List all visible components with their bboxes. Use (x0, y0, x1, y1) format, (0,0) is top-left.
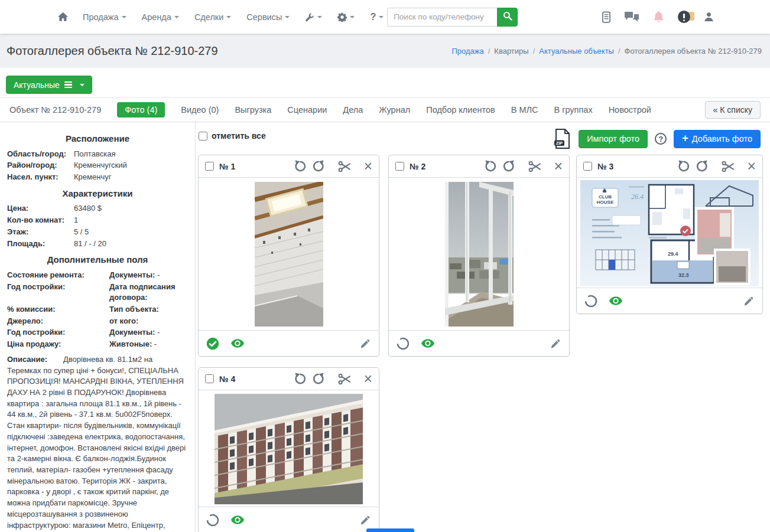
photo-card-3: № 3 × CLUB HOUSE 26.4 (576, 155, 763, 314)
svg-text:ZIP: ZIP (556, 141, 563, 146)
svg-text:HOUSE: HOUSE (597, 200, 614, 205)
chat-icon[interactable] (624, 11, 639, 23)
info-cell: Документы: - (109, 270, 188, 281)
delete-photo-icon[interactable]: × (747, 159, 756, 174)
tab-gruppy[interactable]: В группах (554, 105, 592, 115)
tab-zhurnal[interactable]: Журнал (379, 105, 410, 115)
user-icon[interactable] (704, 12, 714, 22)
home-icon[interactable] (57, 12, 69, 22)
menu-servisy[interactable]: Сервисы (246, 12, 290, 22)
search-button[interactable] (497, 8, 518, 27)
status-dropdown-button[interactable]: Актуальные (6, 76, 92, 94)
menu-tools[interactable] (305, 12, 322, 22)
info-cell: Ціна продажу: (7, 339, 106, 350)
menu-arenda[interactable]: Аренда (142, 12, 179, 22)
tab-object[interactable]: Объект № 212-910-279 (9, 105, 101, 115)
crop-scissors-icon[interactable] (338, 160, 351, 173)
photo-area[interactable]: CLUB HOUSE 26.4 29. (577, 178, 762, 288)
edit-pencil-icon[interactable] (743, 295, 755, 307)
photo-number: № 1 (219, 162, 235, 171)
tab-scenarii[interactable]: Сценарии (287, 105, 327, 115)
photo-area[interactable] (199, 390, 379, 507)
info-row: Площадь:81 / - / 20 (7, 239, 188, 250)
add-photo-button[interactable]: + Добавить фото (674, 130, 761, 148)
visibility-eye-icon[interactable] (230, 338, 245, 348)
info-row: Цена:63480 $ (7, 203, 188, 214)
photo-checkbox[interactable] (395, 162, 404, 171)
main-photo-check-icon[interactable] (206, 337, 219, 350)
bell-icon[interactable] (653, 11, 664, 23)
menu-settings[interactable] (337, 12, 355, 22)
photo-card-header: № 1 × (199, 155, 379, 178)
back-to-list-button[interactable]: « К списку (705, 101, 761, 119)
svg-text:32.3: 32.3 (678, 272, 689, 278)
tab-video[interactable]: Видео (0) (181, 105, 219, 115)
edit-pencil-icon[interactable] (359, 338, 371, 350)
rotate-cw-icon[interactable] (696, 160, 708, 172)
hamburger-icon (64, 81, 72, 89)
photo-thumbnail-attic[interactable] (255, 182, 323, 327)
device-icon[interactable] (602, 11, 610, 23)
info-row: Этаж:5 / 5 (7, 227, 188, 238)
tab-photo[interactable]: Фото (4) (117, 102, 165, 118)
search-box (387, 8, 518, 27)
rotate-cw-icon[interactable] (502, 160, 515, 172)
rotate-ccw-icon[interactable] (294, 160, 307, 172)
select-all-control[interactable]: отметить все (199, 131, 266, 141)
crop-scissors-icon[interactable] (338, 373, 351, 386)
breadcrumb-aktualnye[interactable]: Актуальные объекты (539, 47, 614, 56)
main-photo-circle-icon[interactable] (584, 295, 597, 308)
delete-photo-icon[interactable]: × (363, 159, 372, 174)
photo-number: № 2 (410, 162, 425, 171)
visibility-eye-icon[interactable] (421, 338, 435, 348)
edit-pencil-icon[interactable] (550, 338, 561, 350)
rotate-cw-icon[interactable] (312, 160, 324, 172)
tab-podbor[interactable]: Подбор клиентов (426, 105, 495, 115)
section-heading-location: Расположение (7, 132, 188, 145)
crop-scissors-icon[interactable] (722, 160, 735, 173)
photo-thumbnail-building[interactable] (215, 394, 363, 504)
menu-sdelki[interactable]: Сделки (194, 12, 231, 22)
alert-icon[interactable] (678, 11, 690, 23)
search-input[interactable] (387, 8, 497, 27)
menu-help[interactable]: ? (370, 12, 384, 22)
photo-area[interactable] (389, 178, 569, 330)
zip-download-icon[interactable]: ZIP (554, 129, 571, 149)
tab-mls[interactable]: В МЛС (511, 105, 538, 115)
edit-pencil-icon[interactable] (359, 514, 371, 526)
info-cell: Состояние ремонта: (7, 270, 106, 281)
import-photo-button[interactable]: Импорт фото (579, 130, 648, 148)
tab-dela[interactable]: Дела (343, 105, 363, 115)
description-text: Описание:Дворівнева кв. 81.1м2 на Теремк… (7, 354, 188, 532)
rotate-ccw-icon[interactable] (294, 373, 307, 385)
photo-checkbox[interactable] (205, 374, 214, 383)
main-photo-circle-icon[interactable] (206, 514, 219, 527)
visibility-eye-icon[interactable] (230, 515, 245, 525)
crop-scissors-icon[interactable] (528, 160, 541, 173)
rotate-ccw-icon[interactable] (485, 160, 497, 172)
info-cell: от кого: (109, 316, 188, 327)
chevron-down-icon (226, 16, 231, 18)
help-icon[interactable]: ? (655, 133, 667, 145)
main-photo-circle-icon[interactable] (397, 337, 410, 350)
menu-prodazha[interactable]: Продажа (83, 12, 126, 22)
photo-thumbnail-floorplan[interactable]: CLUB HOUSE 26.4 29. (580, 180, 759, 286)
photo-checkbox[interactable] (583, 162, 592, 171)
rotate-ccw-icon[interactable] (678, 160, 690, 172)
select-all-checkbox[interactable] (199, 132, 207, 141)
delete-photo-icon[interactable]: × (363, 371, 372, 386)
photo-thumbnail-balcony-view[interactable] (445, 182, 514, 327)
photo-card-footer (577, 288, 762, 314)
photo-checkbox[interactable] (205, 162, 214, 171)
photo-area[interactable] (199, 178, 379, 330)
tabs-bar: Объект № 212-910-279 Фото (4) Видео (0) … (0, 97, 770, 122)
tab-vygruzka[interactable]: Выгрузка (235, 105, 271, 115)
delete-photo-icon[interactable]: × (554, 159, 563, 174)
rotate-cw-icon[interactable] (312, 373, 324, 385)
breadcrumb-prodazha[interactable]: Продажа (451, 47, 483, 56)
tab-novostroy[interactable]: Новострой (609, 105, 651, 115)
visibility-eye-icon[interactable] (609, 296, 623, 306)
breadcrumb: Продажа/Квартиры/Актуальные объекты/Фото… (451, 47, 762, 56)
photo-card-footer (389, 330, 569, 356)
info-row: Район/город:Кременчугский (7, 160, 188, 171)
